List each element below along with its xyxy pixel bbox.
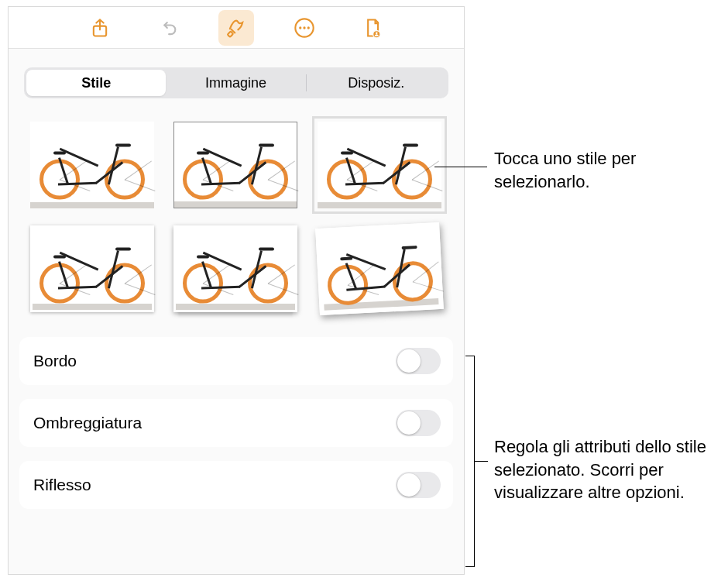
svg-point-3 xyxy=(299,26,301,29)
svg-point-4 xyxy=(303,26,305,29)
svg-rect-1 xyxy=(228,31,233,36)
format-button[interactable] xyxy=(218,10,254,46)
document-settings-button[interactable] xyxy=(355,10,390,46)
style-thumbnails xyxy=(30,122,442,312)
setting-shadow[interactable]: Ombreggiatura xyxy=(19,399,453,447)
switch-reflection[interactable] xyxy=(396,472,441,498)
switch-shadow[interactable] xyxy=(396,410,441,436)
style-thumb-5[interactable] xyxy=(173,225,297,312)
setting-reflection-label: Riflesso xyxy=(33,476,91,494)
tab-arrange[interactable]: Disposiz. xyxy=(307,70,446,96)
callout-bracket-bottom xyxy=(465,566,475,567)
callout-attributes-text: Regola gli attributi dello stile selezio… xyxy=(494,437,706,502)
setting-border-label: Bordo xyxy=(33,352,77,370)
share-button[interactable] xyxy=(82,10,118,46)
style-thumb-2[interactable] xyxy=(173,122,297,208)
tab-style-label: Stile xyxy=(81,75,111,91)
format-tabs: Stile Immagine Disposiz. xyxy=(24,67,448,98)
tab-image-label: Immagine xyxy=(205,75,266,91)
style-thumb-4[interactable] xyxy=(30,225,154,312)
callout-bracket-stem xyxy=(474,461,488,462)
callout-attributes: Regola gli attributi dello stile selezio… xyxy=(494,435,719,504)
svg-point-5 xyxy=(307,26,310,29)
callout-styles: Tocca uno stile per selezionarlo. xyxy=(494,147,719,193)
style-thumb-1[interactable] xyxy=(30,122,154,208)
more-button[interactable] xyxy=(287,10,322,46)
setting-reflection[interactable]: Riflesso xyxy=(19,461,453,509)
tab-style[interactable]: Stile xyxy=(26,70,166,96)
setting-shadow-label: Ombreggiatura xyxy=(33,414,142,432)
undo-button[interactable] xyxy=(150,10,186,46)
callout-line xyxy=(434,167,487,167)
svg-point-7 xyxy=(376,32,378,34)
style-thumb-6[interactable] xyxy=(318,225,441,312)
tab-arrange-label: Disposiz. xyxy=(348,75,404,91)
tab-image[interactable]: Immagine xyxy=(166,70,305,96)
callout-styles-text: Tocca uno stile per selezionarlo. xyxy=(494,149,636,191)
format-panel: Stile Immagine Disposiz. Bordo xyxy=(8,6,465,575)
style-settings: Bordo Ombreggiatura Riflesso xyxy=(19,337,453,509)
top-toolbar xyxy=(9,7,464,49)
setting-border[interactable]: Bordo xyxy=(19,337,453,385)
style-thumb-3[interactable] xyxy=(318,122,441,208)
switch-border[interactable] xyxy=(396,348,441,374)
